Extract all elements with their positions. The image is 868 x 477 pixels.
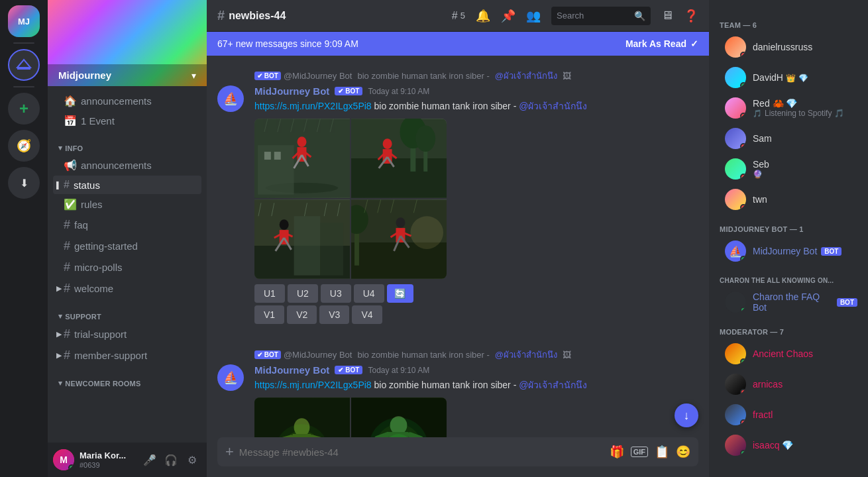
scroll-to-bottom-button[interactable]: ↓ [675, 403, 698, 427]
settings-button[interactable]: ⚙ [183, 450, 201, 469]
member-seb[interactable]: Seb 🔮 [714, 154, 863, 184]
message-link[interactable]: https://s.mj.run/PX2ILgx5Pi8 [254, 101, 372, 111]
category-newcomer[interactable]: ▾ NEWCOMER ROOMS [48, 376, 207, 390]
mark-as-read-button[interactable]: Mark As Read ✓ [625, 38, 698, 49]
server-icon-midjourney[interactable]: MJ [8, 5, 40, 37]
message-timestamp: Today at 9:10 AM [368, 87, 429, 96]
channel-member-support[interactable]: ▶ # member-support [53, 345, 201, 366]
message-mention: @ผัวเจ้าสำนักนึง [519, 101, 587, 111]
add-server-button[interactable]: + [8, 93, 40, 125]
daniel-status [740, 52, 746, 58]
gif-button[interactable]: GIF [631, 447, 648, 457]
download-button[interactable]: ⬇ [8, 167, 40, 199]
zombie-cell-2 [351, 398, 447, 437]
bot-pre-line-2: ✔ BOT @MidJourney Bot [254, 350, 352, 360]
bot-mini-badge: ✔ BOT [254, 72, 281, 80]
chat-input[interactable] [239, 440, 604, 464]
sticker-icon[interactable]: 📋 [655, 445, 669, 459]
u4-button[interactable]: U4 [354, 284, 384, 303]
add-attachment-button[interactable]: + [225, 443, 234, 460]
new-messages-banner[interactable]: 67+ new messages since 9:09 AM Mark As R… [207, 32, 709, 56]
headset-button[interactable]: 🎧 [162, 450, 180, 469]
daniel-name: danielrussruss [753, 42, 857, 52]
channel-rules[interactable]: ✅ rules [53, 195, 201, 214]
category-info[interactable]: ▾ INFO [48, 141, 207, 155]
zombie-message-text: https://s.mj.run/PX2ILgx5Pi8 bio zombie … [254, 378, 698, 392]
v2-button[interactable]: V2 [287, 305, 317, 324]
chat-input-box: + 🎁 GIF 📋 😊 [217, 437, 698, 466]
member-arnicas[interactable]: arnicas [714, 370, 863, 399]
members-icon[interactable]: 👥 [526, 9, 541, 23]
zombie-image-icon: 🖼 [563, 350, 571, 360]
charon-name-area: Charon the FAQ Bot BOT [753, 292, 857, 313]
member-sam[interactable]: Sam [714, 124, 863, 153]
refresh-button[interactable]: 🔄 [387, 284, 413, 303]
server-header[interactable]: Midjourney ▾ [48, 64, 207, 86]
member-charon[interactable]: Charon the FAQ Bot BOT [714, 288, 863, 317]
channel-faq[interactable]: # faq [53, 215, 201, 235]
channel-announcements[interactable]: 📢 announcements [53, 156, 201, 175]
mic-button[interactable]: 🎤 [140, 450, 159, 469]
david-name: DavidH 👑 💎 [753, 72, 857, 83]
bot-author-name: MidJourney Bot [254, 85, 329, 97]
message-group-bot: ⛵ MidJourney Bot ✔ BOT Today at 9:10 AM … [217, 85, 698, 327]
svg-rect-31 [294, 216, 321, 275]
event-icon: 📅 [64, 115, 77, 127]
zombie-link[interactable]: https://s.mj.run/PX2ILgx5Pi8 [254, 380, 372, 390]
search-box[interactable]: Search 🔍 [551, 7, 651, 25]
member-danielrussruss[interactable]: danielrussruss [714, 32, 863, 62]
channel-micro-polls[interactable]: # micro-polls [53, 257, 201, 278]
member-fractl[interactable]: fractl [714, 400, 863, 429]
member-davidh[interactable]: DavidH 👑 💎 [714, 63, 863, 92]
header-icons: # 5 🔔 📌 👥 Search 🔍 🖥 ❓ [452, 7, 698, 25]
category-support[interactable]: ▾ SUPPORT [48, 309, 207, 323]
inbox-icon[interactable]: 🖥 [661, 9, 673, 23]
emoji-icon[interactable]: 😊 [676, 445, 690, 459]
u3-button[interactable]: U3 [321, 284, 351, 303]
arnicas-status [740, 389, 746, 395]
member-count-area[interactable]: # 5 [452, 10, 465, 22]
server-bar: MJ + 🧭 ⬇ [0, 0, 48, 477]
member-avatar-fractl [725, 404, 746, 425]
bot-badge: ✔ BOT [335, 87, 362, 95]
channel-status-label: status [74, 180, 100, 191]
daniel-info: danielrussruss [753, 42, 857, 52]
explore-button[interactable]: 🧭 [8, 130, 40, 162]
member-midjourney-bot[interactable]: ⛵ MidJourney Bot BOT [714, 237, 863, 266]
user-avatar: M [53, 449, 74, 470]
member-isaacq[interactable]: isaacq 💎 [714, 431, 863, 460]
gift-icon[interactable]: 🎁 [610, 445, 624, 459]
charon-name: Charon the FAQ Bot [753, 292, 833, 313]
mute-icon[interactable]: 🔔 [476, 9, 490, 23]
help-icon[interactable]: ❓ [684, 9, 698, 23]
channel-item-home[interactable]: 🏠 announcements [53, 91, 201, 111]
channel-getting-started[interactable]: # getting-started [53, 236, 201, 256]
u2-button[interactable]: U2 [288, 284, 318, 303]
v3-button[interactable]: V3 [319, 305, 349, 324]
channel-welcome[interactable]: ▶ # welcome [53, 278, 201, 299]
member-twn[interactable]: twn [714, 185, 863, 214]
sam-info: Sam [753, 133, 857, 144]
member-red[interactable]: Red 🦀 💎 🎵 Listening to Spotify 🎵 [714, 93, 863, 123]
user-tag: #0639 [80, 461, 135, 469]
action-buttons-v: V1 V2 V3 V4 [254, 305, 698, 324]
channel-trial-support[interactable]: ▶ # trial-support [53, 324, 201, 344]
hash-icon-welcome: # [64, 282, 70, 295]
server-icon-boat[interactable] [8, 49, 40, 81]
red-boy-svg-2 [351, 119, 447, 198]
mj-name: MidJourney Bot [753, 246, 817, 256]
member-ancient-chaos[interactable]: Ancient Chaos [714, 339, 863, 368]
zombie-cell-1 [254, 398, 350, 437]
channel-status[interactable]: ▌ # status [53, 176, 201, 194]
v4-button[interactable]: V4 [352, 305, 382, 324]
trial-bullet: ▶ [56, 330, 62, 339]
member-sidebar: TEAM — 6 danielrussruss DavidH 👑 💎 Red 🦀… [709, 0, 868, 477]
channel-item-event[interactable]: 📅 1 Event [53, 111, 201, 131]
u1-button[interactable]: U1 [254, 284, 285, 303]
hash-icon-trial: # [64, 327, 70, 341]
pin-icon[interactable]: 📌 [501, 9, 515, 23]
category-arrow-newcomer: ▾ [58, 379, 62, 388]
user-name: Maria Kor... [80, 450, 135, 461]
message-group-2: ✔ BOT @MidJourney Bot bio zombie human t… [217, 345, 698, 437]
v1-button[interactable]: V1 [254, 305, 284, 324]
